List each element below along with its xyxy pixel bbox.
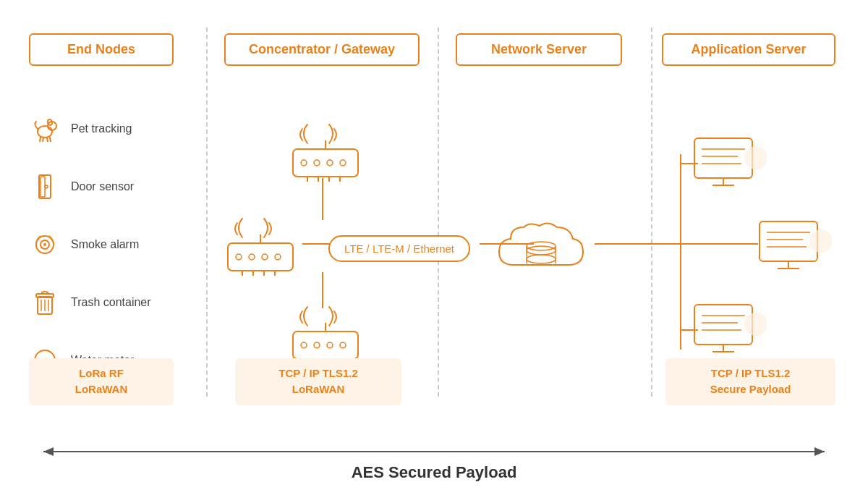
svg-marker-90 — [814, 447, 825, 456]
svg-rect-29 — [228, 243, 293, 271]
end-node-smoke-alarm: Smoke alarm — [29, 229, 139, 261]
aes-arrow — [29, 444, 839, 459]
svg-point-84 — [744, 313, 767, 336]
bottom-label-end-nodes: LoRa RF LoRaWAN — [29, 358, 174, 405]
pet-tracking-icon — [29, 113, 61, 145]
vert-line-top-mid — [322, 178, 323, 220]
lorawan-label-2: LoRaWAN — [292, 383, 345, 395]
svg-point-22 — [314, 160, 320, 166]
door-sensor-label: Door sensor — [71, 180, 134, 193]
gateway-router-middle — [217, 214, 304, 279]
header-network: Network Server — [456, 33, 622, 66]
pet-tracking-label: Pet tracking — [71, 122, 132, 135]
svg-line-5 — [47, 138, 48, 142]
svg-point-43 — [327, 342, 333, 348]
svg-point-34 — [275, 254, 281, 260]
network-server-cloud — [492, 214, 600, 287]
svg-point-21 — [301, 160, 307, 166]
door-sensor-icon — [29, 171, 61, 203]
line-to-monitor-top — [680, 163, 698, 164]
svg-point-41 — [301, 342, 307, 348]
svg-line-3 — [40, 137, 41, 142]
bottom-label-gateway: TCP / IP TLS1.2 LoRaWAN — [235, 358, 401, 405]
app-server-monitor-bottom — [687, 301, 767, 359]
svg-point-9 — [45, 185, 48, 188]
svg-point-56 — [527, 255, 556, 263]
svg-point-31 — [236, 254, 242, 260]
svg-point-42 — [314, 342, 320, 348]
svg-rect-39 — [293, 331, 358, 359]
svg-line-6 — [50, 137, 51, 142]
tcp-ip-label-1: TCP / IP TLS1.2 — [278, 367, 357, 379]
line-to-monitor-bot — [680, 329, 698, 331]
svg-point-70 — [744, 146, 767, 169]
header-gateway: Concentrator / Gateway — [224, 33, 420, 66]
aes-footer: AES Secured Payload — [29, 444, 839, 482]
line-to-monitor-mid — [680, 243, 758, 245]
smoke-alarm-icon — [29, 229, 61, 261]
svg-rect-64 — [694, 138, 752, 178]
separator-1 — [206, 28, 208, 397]
header-app-server: Application Server — [662, 33, 835, 66]
end-node-door-sensor: Door sensor — [29, 171, 134, 203]
trash-container-icon — [29, 287, 61, 318]
separator-2 — [438, 28, 439, 397]
vert-line-appserver — [680, 154, 681, 350]
diagram: End Nodes Concentrator / Gateway Network… — [14, 13, 854, 491]
svg-rect-8 — [41, 177, 45, 197]
app-server-monitor-middle — [752, 218, 832, 276]
svg-point-12 — [43, 243, 46, 246]
separator-3 — [651, 28, 652, 397]
svg-point-0 — [38, 126, 52, 138]
smoke-alarm-label: Smoke alarm — [71, 238, 139, 251]
svg-point-32 — [249, 254, 255, 260]
vert-line-mid-bot — [322, 272, 323, 308]
secure-payload-label: Secure Payload — [710, 383, 791, 395]
svg-rect-78 — [694, 305, 752, 345]
svg-marker-89 — [43, 447, 54, 456]
svg-rect-71 — [760, 221, 817, 261]
svg-point-24 — [340, 160, 346, 166]
trash-container-label: Trash container — [71, 296, 151, 309]
end-node-pet-tracking: Pet tracking — [29, 113, 132, 145]
lorawan-label-1: LoRaWAN — [75, 383, 128, 395]
svg-line-4 — [43, 138, 43, 142]
header-end-nodes: End Nodes — [29, 33, 174, 66]
aes-label: AES Secured Payload — [29, 463, 839, 482]
svg-point-23 — [327, 160, 333, 166]
svg-rect-19 — [293, 149, 358, 177]
svg-rect-14 — [36, 294, 54, 297]
svg-point-33 — [262, 254, 268, 260]
lora-rf-label: LoRa RF — [79, 367, 124, 379]
bottom-label-app-server: TCP / IP TLS1.2 Secure Payload — [665, 358, 835, 405]
svg-point-44 — [340, 342, 346, 348]
line-cloud-appserver — [595, 243, 681, 245]
end-node-trash-container: Trash container — [29, 287, 151, 318]
gateway-router-top — [282, 120, 369, 185]
svg-point-77 — [809, 229, 832, 253]
lte-label: LTE / LTE-M / Ethernet — [328, 235, 470, 262]
tcp-ip-label-2: TCP / IP TLS1.2 — [711, 367, 790, 379]
app-server-monitor-top — [687, 135, 767, 193]
